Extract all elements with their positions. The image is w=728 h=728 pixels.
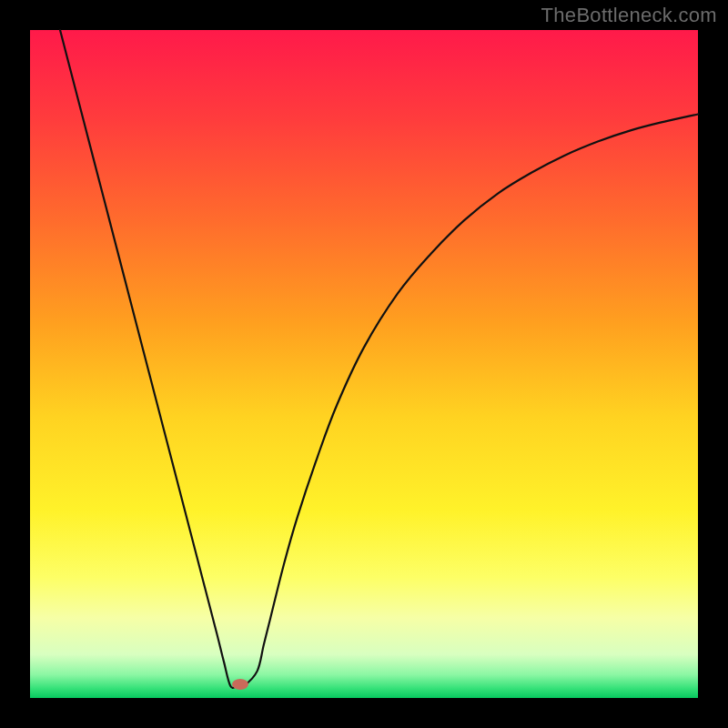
chart-frame: TheBottleneck.com (0, 0, 728, 728)
plot-area (30, 30, 698, 698)
plot-border (30, 30, 698, 698)
optimal-point-marker (232, 679, 248, 690)
gradient-rect (30, 30, 698, 698)
watermark-text: TheBottleneck.com (541, 4, 717, 27)
